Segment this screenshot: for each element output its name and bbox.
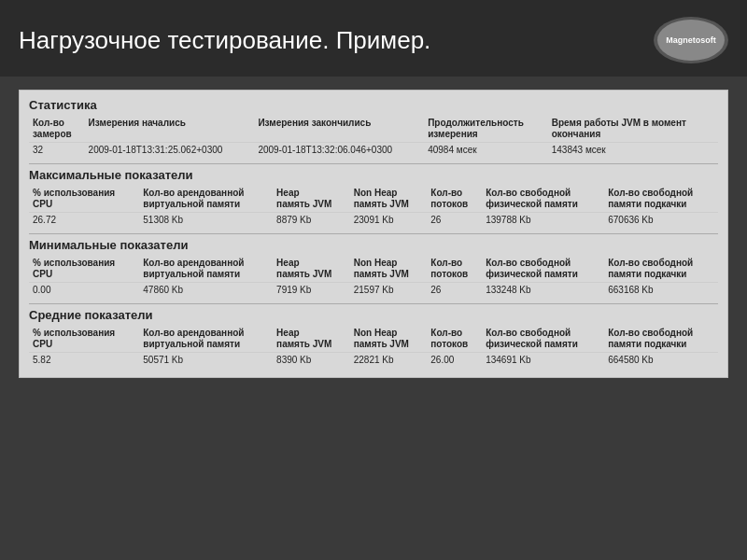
header: Нагрузочное тестирование. Пример. Magnet… — [0, 0, 747, 77]
max-table: % использованияCPU Кол-во арендованнойви… — [29, 186, 718, 228]
stats-val-3: 40984 мсек — [424, 143, 548, 159]
avg-val-5: 134691 Kb — [482, 353, 604, 369]
min-col-4: Кол-вопотоков — [427, 256, 482, 283]
max-col-2: Heapпамять JVM — [273, 186, 350, 213]
logo-inner: Magnetosoft — [657, 20, 725, 61]
stats-section-title: Статистика — [29, 98, 718, 112]
min-val-3: 21597 Kb — [350, 283, 428, 299]
avg-data-row: 5.82 50571 Kb 8390 Kb 22821 Kb 26.00 134… — [29, 353, 718, 369]
stats-table: Кол-возамеров Измерения начались Измерен… — [29, 116, 718, 158]
max-section-title: Максимальные показатели — [29, 168, 718, 182]
min-header-row: % использованияCPU Кол-во арендованнойви… — [29, 256, 718, 283]
min-val-1: 47860 Kb — [139, 283, 273, 299]
stats-header-row: Кол-возамеров Измерения начались Измерен… — [29, 116, 718, 143]
max-col-4: Кол-вопотоков — [427, 186, 482, 213]
avg-col-6: Кол-во свободнойпамяти подкачки — [604, 326, 718, 353]
avg-val-3: 22821 Kb — [350, 353, 428, 369]
max-val-4: 26 — [427, 213, 482, 229]
divider-2 — [29, 233, 718, 234]
max-val-5: 139788 Kb — [482, 213, 604, 229]
page-title: Нагрузочное тестирование. Пример. — [19, 26, 430, 55]
min-val-0: 0.00 — [29, 283, 139, 299]
min-col-1: Кол-во арендованнойвиртуальной памяти — [139, 256, 273, 283]
min-val-5: 133248 Kb — [482, 283, 604, 299]
min-col-3: Non Heapпамять JVM — [350, 256, 428, 283]
avg-col-2: Heapпамять JVM — [273, 326, 350, 353]
stats-val-1: 2009-01-18T13:31:25.062+0300 — [85, 143, 255, 159]
max-col-5: Кол-во свободнойфизической памяти — [482, 186, 604, 213]
min-val-4: 26 — [427, 283, 482, 299]
avg-section-title: Средние показатели — [29, 308, 718, 322]
min-table: % использованияCPU Кол-во арендованнойви… — [29, 256, 718, 298]
stats-data-row: 32 2009-01-18T13:31:25.062+0300 2009-01-… — [29, 143, 718, 159]
min-val-2: 7919 Kb — [273, 283, 350, 299]
stats-container: Статистика Кол-возамеров Измерения начал… — [19, 90, 728, 378]
max-val-2: 8879 Kb — [273, 213, 350, 229]
avg-col-5: Кол-во свободнойфизической памяти — [482, 326, 604, 353]
avg-col-0: % использованияCPU — [29, 326, 139, 353]
avg-col-1: Кол-во арендованнойвиртуальной памяти — [139, 326, 273, 353]
max-col-3: Non Heapпамять JVM — [350, 186, 428, 213]
min-col-2: Heapпамять JVM — [273, 256, 350, 283]
stats-col-3: Продолжительностьизмерения — [424, 116, 548, 143]
max-col-6: Кол-во свободнойпамяти подкачки — [604, 186, 718, 213]
avg-val-1: 50571 Kb — [139, 353, 273, 369]
min-val-6: 663168 Kb — [604, 283, 718, 299]
divider-3 — [29, 303, 718, 304]
divider-1 — [29, 163, 718, 164]
max-val-1: 51308 Kb — [139, 213, 273, 229]
avg-col-4: Кол-вопотоков — [427, 326, 482, 353]
avg-table: % использованияCPU Кол-во арендованнойви… — [29, 326, 718, 368]
stats-col-2: Измерения закончились — [254, 116, 424, 143]
avg-val-0: 5.82 — [29, 353, 139, 369]
min-col-5: Кол-во свободнойфизической памяти — [482, 256, 604, 283]
avg-val-4: 26.00 — [427, 353, 482, 369]
max-val-6: 670636 Kb — [604, 213, 718, 229]
min-data-row: 0.00 47860 Kb 7919 Kb 21597 Kb 26 133248… — [29, 283, 718, 299]
max-header-row: % использованияCPU Кол-во арендованнойви… — [29, 186, 718, 213]
stats-val-0: 32 — [29, 143, 85, 159]
min-col-0: % использованияCPU — [29, 256, 139, 283]
logo-text: Magnetosoft — [666, 35, 716, 46]
avg-val-6: 664580 Kb — [604, 353, 718, 369]
max-data-row: 26.72 51308 Kb 8879 Kb 23091 Kb 26 13978… — [29, 213, 718, 229]
stats-col-4: Время работы JVM в моментокончания — [548, 116, 718, 143]
avg-col-3: Non Heapпамять JVM — [350, 326, 428, 353]
stats-col-0: Кол-возамеров — [29, 116, 85, 143]
max-col-0: % использованияCPU — [29, 186, 139, 213]
min-col-6: Кол-во свободнойпамяти подкачки — [604, 256, 718, 283]
min-section-title: Минимальные показатели — [29, 238, 718, 252]
main-content: Статистика Кол-возамеров Измерения начал… — [0, 77, 747, 387]
max-col-1: Кол-во арендованнойвиртуальной памяти — [139, 186, 273, 213]
stats-col-1: Измерения начались — [85, 116, 255, 143]
max-val-3: 23091 Kb — [350, 213, 428, 229]
stats-val-4: 143843 мсек — [548, 143, 718, 159]
avg-val-2: 8390 Kb — [273, 353, 350, 369]
stats-val-2: 2009-01-18T13:32:06.046+0300 — [254, 143, 424, 159]
max-val-0: 26.72 — [29, 213, 139, 229]
logo: Magnetosoft — [654, 17, 728, 63]
avg-header-row: % использованияCPU Кол-во арендованнойви… — [29, 326, 718, 353]
